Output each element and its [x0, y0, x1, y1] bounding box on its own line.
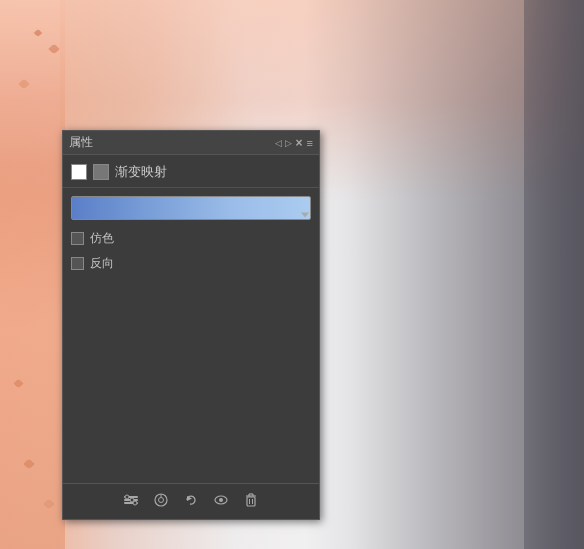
add-adjustment-button[interactable] — [123, 492, 139, 511]
view-previous-button[interactable] — [153, 492, 169, 511]
panel-close-icon[interactable]: × — [296, 136, 303, 150]
reset-button[interactable] — [183, 492, 199, 511]
gradient-bar-container — [63, 188, 319, 226]
panel-menu-icon[interactable]: ≡ — [307, 137, 313, 149]
layer-type-label: 渐变映射 — [115, 163, 167, 181]
layer-icon-white — [71, 164, 87, 180]
toggle-visibility-button[interactable] — [213, 492, 229, 511]
gradient-dropdown-arrow[interactable] — [301, 213, 309, 218]
panel-header: 渐变映射 — [63, 155, 319, 188]
panel-titlebar: 属性 ◁ ▷ × ≡ — [63, 131, 319, 155]
reverse-label: 反向 — [90, 255, 114, 272]
svg-rect-12 — [247, 497, 255, 506]
delete-button[interactable] — [243, 492, 259, 511]
dithering-row: 仿色 — [63, 226, 319, 251]
dithering-label: 仿色 — [90, 230, 114, 247]
dithering-checkbox[interactable] — [71, 232, 84, 245]
panel-toolbar — [63, 483, 319, 519]
reverse-row: 反向 — [63, 251, 319, 276]
panel-title-left: 属性 — [69, 134, 93, 151]
svg-point-11 — [219, 498, 223, 502]
panel-title-icons: ◁ ▷ × ≡ — [275, 136, 313, 150]
panel-collapse-icon[interactable]: ◁ ▷ — [275, 138, 292, 148]
svg-point-5 — [133, 501, 137, 505]
properties-panel: 属性 ◁ ▷ × ≡ 渐变映射 仿色 反向 — [62, 130, 320, 520]
svg-point-3 — [125, 495, 129, 499]
reverse-checkbox[interactable] — [71, 257, 84, 270]
gradient-bar[interactable] — [71, 196, 311, 220]
svg-point-7 — [159, 498, 164, 503]
layer-icon-gray — [93, 164, 109, 180]
panel-title: 属性 — [69, 134, 93, 151]
background-wall — [524, 0, 584, 549]
